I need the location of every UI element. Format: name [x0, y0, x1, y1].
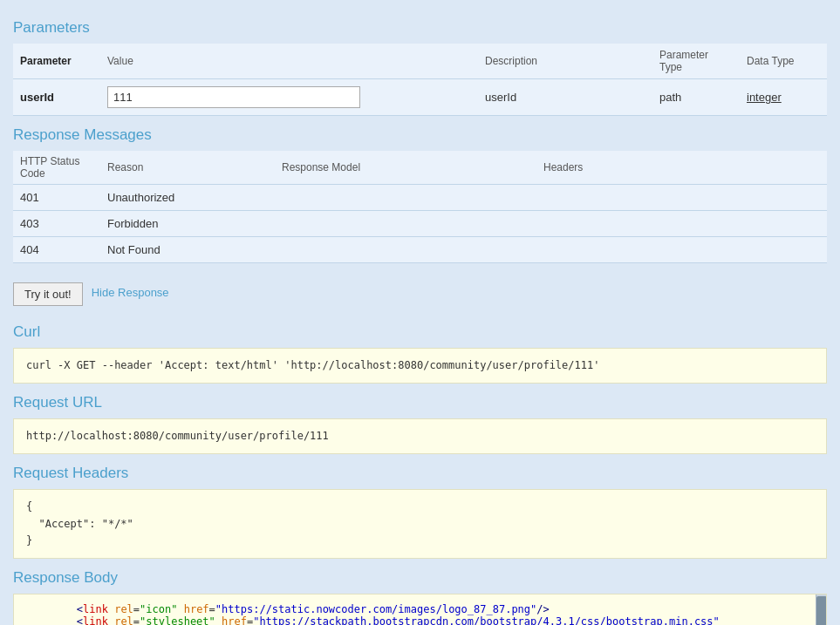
param-description: userId — [478, 79, 652, 116]
param-value-cell — [100, 79, 478, 116]
reason-401: Unauthorized — [100, 185, 275, 211]
request-url-section: Request URL http://localhost:8080/commun… — [13, 394, 827, 454]
curl-section: Curl curl -X GET --header 'Accept: text/… — [13, 323, 827, 384]
param-header-type: ParameterType — [652, 44, 740, 79]
status-code-401: 401 — [13, 185, 100, 211]
request-headers-line-3: } — [26, 533, 814, 549]
model-404 — [275, 237, 536, 263]
request-headers-title: Request Headers — [13, 465, 827, 482]
reason-403: Forbidden — [100, 211, 275, 237]
model-403 — [275, 211, 536, 237]
table-row: 403 Forbidden — [13, 211, 827, 237]
response-line-2: <link rel="stylesheet" href="https://sta… — [26, 615, 814, 625]
request-headers-line-2: "Accept": "*/*" — [26, 516, 814, 533]
response-messages-table: HTTP Status Code Reason Response Model H… — [13, 151, 827, 263]
headers-404 — [536, 237, 827, 263]
request-headers-code-block: { "Accept": "*/*" } — [13, 489, 827, 559]
request-headers-line-1: { — [26, 499, 814, 515]
rm-header-reason: Reason — [100, 151, 275, 185]
param-header-datatype: Data Type — [740, 44, 827, 79]
response-body-wrapper: <link rel="icon" href="https://static.no… — [13, 594, 827, 625]
request-url-value: http://localhost:8080/community/user/pro… — [26, 430, 329, 442]
headers-403 — [536, 211, 827, 237]
curl-title: Curl — [13, 323, 827, 341]
response-body-code-block: <link rel="icon" href="https://static.no… — [13, 594, 827, 625]
reason-404: Not Found — [100, 237, 275, 263]
status-code-403: 403 — [13, 211, 100, 237]
status-code-404: 404 — [13, 237, 100, 263]
response-body-title: Response Body — [13, 569, 827, 587]
response-messages-title: Response Messages — [13, 126, 827, 144]
headers-401 — [536, 185, 827, 211]
userid-input[interactable] — [107, 86, 360, 108]
response-line-1: <link rel="icon" href="https://static.no… — [26, 603, 814, 615]
curl-code-block: curl -X GET --header 'Accept: text/html'… — [13, 348, 827, 384]
response-messages-section: Response Messages HTTP Status Code Reaso… — [13, 126, 827, 263]
table-row: userId userId path integer — [13, 79, 827, 116]
param-header-desc: Description — [478, 44, 652, 79]
parameters-title: Parameters — [13, 19, 827, 37]
rm-header-code: HTTP Status Code — [13, 151, 100, 185]
rm-header-headers: Headers — [536, 151, 827, 185]
rm-header-model: Response Model — [275, 151, 536, 185]
param-header-name: Parameter — [13, 44, 100, 79]
request-url-code-block: http://localhost:8080/community/user/pro… — [13, 418, 827, 454]
hide-response-link[interactable]: Hide Response — [92, 286, 169, 299]
parameters-table: Parameter Value Description ParameterTyp… — [13, 44, 827, 116]
param-datatype: integer — [740, 79, 827, 116]
try-it-button[interactable]: Try it out! — [13, 282, 83, 306]
table-row: 404 Not Found — [13, 237, 827, 263]
scrollbar-thumb[interactable] — [816, 596, 827, 625]
param-type: path — [652, 79, 740, 116]
request-headers-section: Request Headers { "Accept": "*/*" } — [13, 465, 827, 559]
request-url-title: Request URL — [13, 394, 827, 411]
parameters-section: Parameters Parameter Value Description P… — [13, 19, 827, 116]
model-401 — [275, 185, 536, 211]
curl-value: curl -X GET --header 'Accept: text/html'… — [26, 359, 599, 371]
param-name-userid: userId — [13, 79, 100, 116]
main-container: Parameters Parameter Value Description P… — [0, 0, 840, 625]
table-row: 401 Unauthorized — [13, 185, 827, 211]
param-header-value: Value — [100, 44, 478, 79]
response-body-section: Response Body <link rel="icon" href="htt… — [13, 569, 827, 625]
try-row: Try it out! Hide Response — [13, 272, 827, 313]
scrollbar-track[interactable] — [816, 594, 826, 625]
